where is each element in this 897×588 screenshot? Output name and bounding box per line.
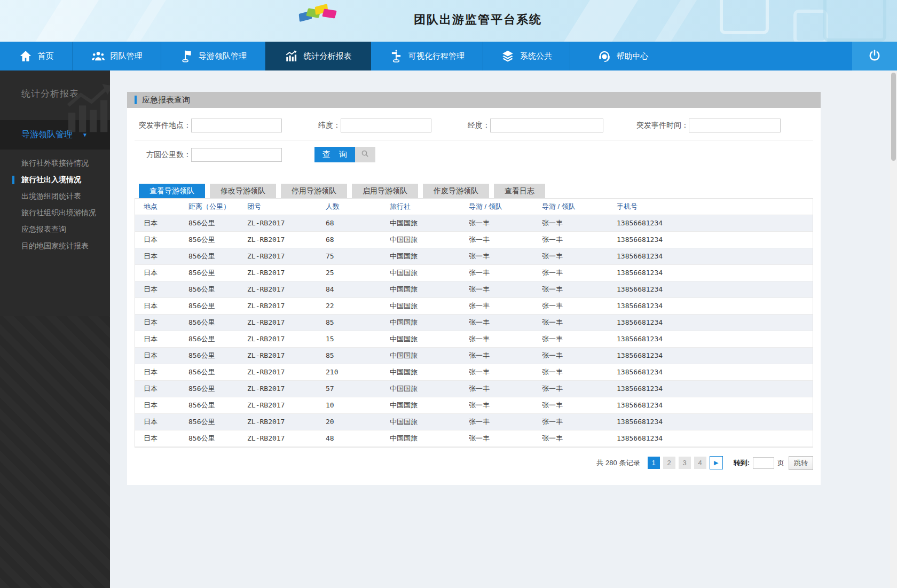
app-logo: [299, 4, 340, 28]
scrollbar-thumb[interactable]: [891, 73, 896, 161]
nav-item-label: 首页: [38, 51, 54, 61]
tab-disable-guide[interactable]: 停用导游领队: [281, 184, 347, 198]
nav-item-statistics-reports[interactable]: 统计分析报表: [265, 42, 371, 70]
report-panel: 应急报表查询 突发事件地点： 纬度： 经度： 突发事件时间： 方圆公里数: [127, 92, 821, 485]
records-total: 共280条记录: [596, 458, 640, 468]
table-cell: 日本: [135, 364, 188, 380]
table-row[interactable]: 日本856公里ZL-RB201725中国国旅张一丰张一丰13856681234: [135, 264, 813, 281]
table-cell: 中国国旅: [390, 264, 469, 281]
tab-void-guide[interactable]: 作废导游领队: [423, 184, 489, 198]
table-cell: 日本: [135, 264, 188, 281]
tab-view-guide[interactable]: 查看导游领队: [139, 184, 205, 198]
longitude-input[interactable]: [490, 119, 603, 132]
table-cell: 中国国旅: [390, 364, 469, 380]
table-cell: 75: [326, 248, 390, 264]
table-cell: 张一丰: [542, 380, 617, 397]
headset-icon: [597, 49, 611, 63]
column-header: 导游 / 领队: [542, 199, 617, 215]
page-button-2[interactable]: 2: [663, 457, 675, 469]
sidebar-item-label: 旅行社外联接待情况: [21, 159, 89, 167]
sidebar-item-destination-country-stats[interactable]: 目的地国家统计报表: [0, 238, 110, 254]
nav-item-guide-management[interactable]: 导游领队管理: [161, 42, 265, 70]
table-cell: 68: [326, 215, 390, 231]
tab-enable-guide[interactable]: 启用导游领队: [352, 184, 418, 198]
table-cell: 日本: [135, 297, 188, 314]
tab-modify-guide[interactable]: 修改导游领队: [210, 184, 276, 198]
jump-button[interactable]: 跳转: [789, 456, 813, 470]
team-icon: [91, 49, 105, 63]
nav-item-visual-itinerary[interactable]: 可视化行程管理: [371, 42, 483, 70]
page-button-3[interactable]: 3: [679, 457, 691, 469]
signpost-icon: [389, 49, 403, 63]
table-cell: 日本: [135, 347, 188, 364]
table-cell: 84: [326, 281, 390, 297]
incident-location-input[interactable]: [191, 119, 282, 132]
page-button-4[interactable]: 4: [694, 457, 706, 469]
table-cell: 日本: [135, 413, 188, 430]
table-cell: 张一丰: [469, 331, 542, 347]
goto-page-input[interactable]: [753, 457, 774, 469]
table-row[interactable]: 日本856公里ZL-RB201775中国国旅张一丰张一丰13856681234: [135, 248, 813, 264]
table-cell: 13856681234: [617, 430, 813, 446]
table-cell: 日本: [135, 281, 188, 297]
app-title: 团队出游监管平台系统: [414, 12, 542, 28]
table-cell: 日本: [135, 397, 188, 413]
table-row[interactable]: 日本856公里ZL-RB201715中国国旅张一丰张一丰13856681234: [135, 331, 813, 347]
nav-item-system-public[interactable]: 系统公共: [483, 42, 570, 70]
table-row[interactable]: 日本856公里ZL-RB201757中国国旅张一丰张一丰13856681234: [135, 380, 813, 397]
nav-item-help-center[interactable]: 帮助中心: [570, 42, 675, 70]
query-button[interactable]: 查 询: [314, 147, 355, 162]
logout-button[interactable]: [852, 42, 897, 70]
search-icon: [360, 149, 370, 160]
table-row[interactable]: 日本856公里ZL-RB201748中国国旅张一丰张一丰13856681234: [135, 430, 813, 446]
table-cell: 中国国旅: [390, 331, 469, 347]
table-cell: 22: [326, 297, 390, 314]
chart-watermark-icon: [63, 82, 110, 138]
table-cell: 中国国旅: [390, 430, 469, 446]
main-content: 应急报表查询 突发事件地点： 纬度： 经度： 突发事件时间： 方圆公里数: [110, 70, 897, 588]
table-cell: 13856681234: [617, 364, 813, 380]
page-button-1[interactable]: 1: [648, 457, 660, 469]
sidebar-item-outbound-group-stats[interactable]: 出境游组团统计表: [0, 188, 110, 205]
table-cell: ZL-RB2017: [247, 297, 326, 314]
table-row[interactable]: 日本856公里ZL-RB201720中国国旅张一丰张一丰13856681234: [135, 413, 813, 430]
table-row[interactable]: 日本856公里ZL-RB201722中国国旅张一丰张一丰13856681234: [135, 297, 813, 314]
table-cell: 13856681234: [617, 297, 813, 314]
next-page-icon: ▶: [714, 459, 718, 466]
power-icon: [868, 49, 882, 64]
radius-km-input[interactable]: [191, 148, 282, 162]
sidebar-item-emergency-report-query[interactable]: 应急报表查询: [0, 221, 110, 238]
incident-time-input[interactable]: [689, 119, 781, 132]
table-cell: 张一丰: [542, 314, 617, 331]
table-row[interactable]: 日本856公里ZL-RB201785中国国旅张一丰张一丰13856681234: [135, 347, 813, 364]
page-unit-label: 页: [777, 458, 784, 468]
incident-time-label: 突发事件时间：: [603, 121, 689, 130]
nav-item-label: 系统公共: [520, 51, 552, 61]
table-row[interactable]: 日本856公里ZL-RB201784中国国旅张一丰张一丰13856681234: [135, 281, 813, 297]
banner-decoration: [823, 0, 886, 42]
nav-item-team-management[interactable]: 团队管理: [73, 42, 161, 70]
table-row[interactable]: 日本856公里ZL-RB201710中国国旅张一丰张一丰13856681234: [135, 397, 813, 413]
table-cell: 中国国旅: [390, 347, 469, 364]
latitude-input[interactable]: [341, 119, 431, 132]
sidebar-item-agency-outbound-status[interactable]: 旅行社组织出境游情况: [0, 205, 110, 221]
next-page-button[interactable]: ▶: [710, 456, 723, 469]
table-cell: 张一丰: [469, 413, 542, 430]
table-cell: 张一丰: [469, 215, 542, 231]
records-count: 280: [603, 459, 619, 467]
table-row[interactable]: 日本856公里ZL-RB2017210中国国旅张一丰张一丰13856681234: [135, 364, 813, 380]
logo-flag-pink: [322, 9, 337, 18]
table-row[interactable]: 日本856公里ZL-RB201768中国国旅张一丰张一丰13856681234: [135, 215, 813, 231]
table-cell: 13856681234: [617, 264, 813, 281]
table-row[interactable]: 日本856公里ZL-RB201785中国国旅张一丰张一丰13856681234: [135, 314, 813, 331]
sidebar-item-agency-reception-status[interactable]: 旅行社外联接待情况: [0, 155, 110, 171]
table-row[interactable]: 日本856公里ZL-RB201768中国国旅张一丰张一丰13856681234: [135, 231, 813, 248]
tab-view-log[interactable]: 查看日志: [494, 184, 545, 198]
sidebar-item-agency-entry-exit-status[interactable]: 旅行社出入境情况: [0, 171, 110, 188]
sidebar-item-label: 旅行社出入境情况: [21, 175, 81, 184]
search-icon-button[interactable]: [355, 147, 375, 162]
bar-chart-icon: [285, 49, 298, 63]
nav-item-home[interactable]: 首页: [0, 42, 73, 70]
longitude-label: 经度：: [431, 121, 490, 130]
scrollbar[interactable]: [890, 70, 897, 588]
